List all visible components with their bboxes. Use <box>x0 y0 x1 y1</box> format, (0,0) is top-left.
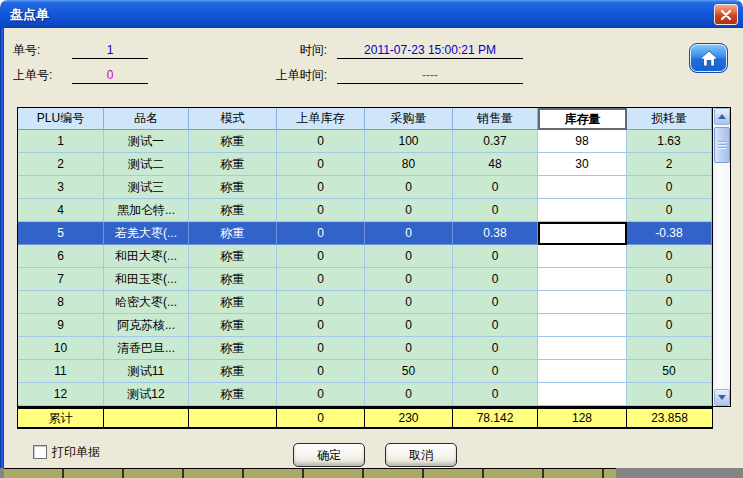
table-cell: 0 <box>627 268 712 291</box>
column-header: 销售量 <box>453 108 538 130</box>
table-row[interactable]: 6和田大枣(...称重0000 <box>18 245 712 268</box>
table-row[interactable]: 10清香巴旦...称重0000 <box>18 337 712 360</box>
stock-qty-cell[interactable] <box>538 199 627 222</box>
table-row[interactable]: 3测试三称重0000 <box>18 176 712 199</box>
prev-order-no-label: 上单号: <box>13 67 52 83</box>
time-value: 2011-07-23 15:00:21 PM <box>337 42 523 59</box>
table-cell: 0 <box>627 199 712 222</box>
stock-qty-cell[interactable] <box>538 176 627 199</box>
inventory-count-dialog: 盘点单 单号: 1 上单号: 0 时间: 2011-07-23 15:00:21… <box>0 0 743 478</box>
table-cell: 0 <box>627 383 712 406</box>
scroll-up-button[interactable] <box>714 108 730 125</box>
scrollbar-thumb[interactable] <box>714 127 730 163</box>
table-cell: 和田玉枣(... <box>104 268 189 291</box>
table-cell: 0 <box>277 337 365 360</box>
table-cell: 黑加仑特... <box>104 199 189 222</box>
home-button[interactable] <box>689 43 728 73</box>
print-checkbox[interactable] <box>33 445 47 459</box>
table-row[interactable]: 2测试二称重08048302 <box>18 153 712 176</box>
table-cell: 50 <box>627 360 712 383</box>
table-row[interactable]: 4黑加仑特...称重0000 <box>18 199 712 222</box>
stock-qty-cell[interactable] <box>538 314 627 337</box>
scroll-down-button[interactable] <box>714 389 730 406</box>
table-cell: 0 <box>627 291 712 314</box>
table-row[interactable]: 12测试12称重0000 <box>18 383 712 406</box>
table-cell: 测试二 <box>104 153 189 176</box>
table-row[interactable]: 1测试一称重01000.37981.63 <box>18 130 712 153</box>
table-cell: 0 <box>365 383 453 406</box>
table-cell: 0 <box>277 360 365 383</box>
table-cell: 0 <box>627 314 712 337</box>
table-cell: 2 <box>627 153 712 176</box>
table-cell: 0.38 <box>453 222 538 245</box>
table-cell: 0 <box>627 176 712 199</box>
close-button[interactable] <box>714 4 738 25</box>
table-row[interactable]: 8哈密大枣(...称重0000 <box>18 291 712 314</box>
inventory-table: PLU编号品名模式上单库存采购量销售量库存量损耗量1测试一称重01000.379… <box>17 107 731 407</box>
table-cell: 0 <box>453 268 538 291</box>
table-cell: 阿克苏核... <box>104 314 189 337</box>
table-row[interactable]: 5若羌大枣(...称重000.38-0.38 <box>18 222 712 245</box>
table-cell: 8 <box>18 291 104 314</box>
table-cell: 0 <box>453 176 538 199</box>
order-no-value: 1 <box>72 42 148 59</box>
table-cell: 0 <box>277 199 365 222</box>
table-cell: 50 <box>365 360 453 383</box>
table-row[interactable]: 11测试11称重050050 <box>18 360 712 383</box>
stock-qty-cell[interactable] <box>538 268 627 291</box>
table-cell: 1.63 <box>627 130 712 153</box>
table-grid: PLU编号品名模式上单库存采购量销售量库存量损耗量1测试一称重01000.379… <box>18 108 712 406</box>
table-cell: 0 <box>365 245 453 268</box>
table-cell: 80 <box>365 153 453 176</box>
table-cell: 清香巴旦... <box>104 337 189 360</box>
column-header: PLU编号 <box>18 108 104 130</box>
table-cell: 0 <box>627 337 712 360</box>
table-cell: 0 <box>365 222 453 245</box>
order-no-label: 单号: <box>13 42 40 58</box>
table-row[interactable]: 7和田玉枣(...称重0000 <box>18 268 712 291</box>
cancel-button[interactable]: 取消 <box>385 443 457 467</box>
total-cell: 230 <box>365 409 453 427</box>
column-header: 库存量 <box>538 108 627 130</box>
stock-qty-cell[interactable] <box>538 291 627 314</box>
table-cell: 9 <box>18 314 104 337</box>
table-cell: 100 <box>365 130 453 153</box>
scroll-up-icon <box>718 110 726 119</box>
table-row[interactable]: 9阿克苏核...称重0000 <box>18 314 712 337</box>
scroll-down-icon <box>718 395 726 404</box>
table-cell: 2 <box>18 153 104 176</box>
stock-qty-cell[interactable]: 98 <box>538 130 627 153</box>
stock-qty-cell[interactable] <box>538 337 627 360</box>
table-cell: 称重 <box>189 383 277 406</box>
print-checkbox-label[interactable]: 打印单据 <box>52 444 100 461</box>
total-cell: 78.142 <box>453 409 538 427</box>
table-cell: 称重 <box>189 153 277 176</box>
table-cell: 0 <box>453 383 538 406</box>
table-cell: 0 <box>453 337 538 360</box>
stock-qty-cell[interactable] <box>538 383 627 406</box>
total-cell: 23.858 <box>627 409 712 427</box>
stock-qty-cell[interactable] <box>538 222 627 245</box>
stock-qty-cell[interactable] <box>538 360 627 383</box>
table-cell: 哈密大枣(... <box>104 291 189 314</box>
stock-qty-cell[interactable] <box>538 245 627 268</box>
total-cell: 128 <box>538 409 627 427</box>
table-cell: 48 <box>453 153 538 176</box>
table-cell: -0.38 <box>627 222 712 245</box>
column-header: 模式 <box>189 108 277 130</box>
table-cell: 5 <box>18 222 104 245</box>
stock-qty-cell[interactable]: 30 <box>538 153 627 176</box>
ok-button[interactable]: 确定 <box>293 443 365 467</box>
table-cell: 0 <box>365 268 453 291</box>
table-cell: 7 <box>18 268 104 291</box>
thumb-grip-icon <box>718 141 726 149</box>
vertical-scrollbar[interactable] <box>712 108 730 406</box>
table-cell: 0 <box>453 314 538 337</box>
time-label: 时间: <box>237 42 327 58</box>
table-cell: 0 <box>277 245 365 268</box>
total-cell <box>189 409 277 427</box>
table-cell: 4 <box>18 199 104 222</box>
column-header: 上单库存 <box>277 108 365 130</box>
table-cell: 称重 <box>189 268 277 291</box>
table-cell: 称重 <box>189 222 277 245</box>
